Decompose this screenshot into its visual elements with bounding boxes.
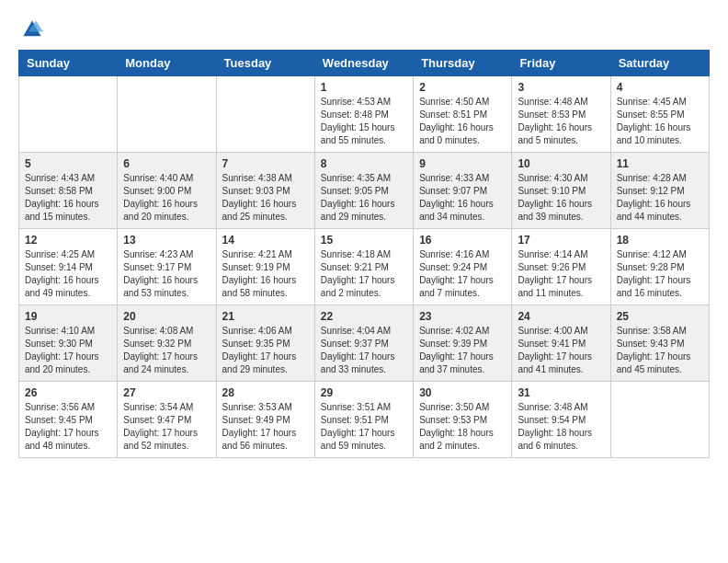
day-number: 2 [419, 81, 506, 94]
calendar-cell: 12Sunrise: 4:25 AM Sunset: 9:14 PM Dayli… [19, 229, 118, 305]
calendar-cell: 11Sunrise: 4:28 AM Sunset: 9:12 PM Dayli… [610, 153, 709, 229]
day-info: Sunrise: 4:30 AM Sunset: 9:10 PM Dayligh… [518, 172, 604, 224]
calendar-cell: 6Sunrise: 4:40 AM Sunset: 9:00 PM Daylig… [118, 153, 216, 229]
day-number: 1 [321, 81, 407, 94]
calendar-cell: 29Sunrise: 3:51 AM Sunset: 9:51 PM Dayli… [314, 382, 413, 458]
calendar-cell: 19Sunrise: 4:10 AM Sunset: 9:30 PM Dayli… [19, 305, 118, 382]
day-info: Sunrise: 4:00 AM Sunset: 9:41 PM Dayligh… [518, 325, 604, 376]
calendar-cell: 3Sunrise: 4:48 AM Sunset: 8:53 PM Daylig… [512, 76, 610, 153]
calendar-cell: 27Sunrise: 3:54 AM Sunset: 9:47 PM Dayli… [118, 382, 216, 458]
day-info: Sunrise: 4:33 AM Sunset: 9:07 PM Dayligh… [419, 172, 506, 224]
calendar-cell [118, 76, 216, 153]
calendar-cell: 20Sunrise: 4:08 AM Sunset: 9:32 PM Dayli… [118, 305, 216, 382]
day-number: 30 [419, 386, 506, 399]
day-info: Sunrise: 4:23 AM Sunset: 9:17 PM Dayligh… [123, 248, 210, 300]
calendar-cell: 5Sunrise: 4:43 AM Sunset: 8:58 PM Daylig… [19, 153, 118, 229]
calendar-week-row: 5Sunrise: 4:43 AM Sunset: 8:58 PM Daylig… [19, 153, 710, 229]
day-number: 28 [222, 386, 309, 399]
day-number: 17 [518, 234, 604, 247]
logo-icon [21, 18, 43, 40]
day-info: Sunrise: 4:25 AM Sunset: 9:14 PM Dayligh… [25, 248, 111, 300]
day-number: 18 [617, 234, 703, 247]
day-number: 10 [518, 157, 604, 170]
day-number: 31 [518, 386, 604, 399]
day-number: 20 [123, 310, 210, 323]
day-number: 8 [321, 157, 407, 170]
weekday-header-thursday: Thursday [414, 51, 512, 76]
calendar-cell: 14Sunrise: 4:21 AM Sunset: 9:19 PM Dayli… [216, 229, 314, 305]
day-info: Sunrise: 4:12 AM Sunset: 9:28 PM Dayligh… [617, 248, 703, 300]
calendar-cell [19, 76, 118, 153]
weekday-header-tuesday: Tuesday [216, 51, 314, 76]
day-info: Sunrise: 3:56 AM Sunset: 9:45 PM Dayligh… [25, 401, 111, 453]
day-number: 9 [419, 157, 506, 170]
day-info: Sunrise: 4:02 AM Sunset: 9:39 PM Dayligh… [419, 325, 506, 376]
calendar-header-row: SundayMondayTuesdayWednesdayThursdayFrid… [19, 51, 710, 76]
day-info: Sunrise: 3:48 AM Sunset: 9:54 PM Dayligh… [518, 401, 604, 453]
day-number: 21 [222, 310, 309, 323]
logo [18, 18, 43, 40]
calendar-cell: 10Sunrise: 4:30 AM Sunset: 9:10 PM Dayli… [512, 153, 610, 229]
weekday-header-saturday: Saturday [610, 51, 709, 76]
day-info: Sunrise: 4:50 AM Sunset: 8:51 PM Dayligh… [419, 96, 506, 147]
day-info: Sunrise: 3:50 AM Sunset: 9:53 PM Dayligh… [419, 401, 506, 453]
calendar-cell: 1Sunrise: 4:53 AM Sunset: 8:48 PM Daylig… [314, 76, 413, 153]
calendar-cell: 17Sunrise: 4:14 AM Sunset: 9:26 PM Dayli… [512, 229, 610, 305]
day-info: Sunrise: 4:18 AM Sunset: 9:21 PM Dayligh… [321, 248, 407, 300]
day-info: Sunrise: 4:04 AM Sunset: 9:37 PM Dayligh… [321, 325, 407, 376]
day-info: Sunrise: 4:43 AM Sunset: 8:58 PM Dayligh… [25, 172, 111, 224]
day-number: 3 [518, 81, 604, 94]
day-info: Sunrise: 3:53 AM Sunset: 9:49 PM Dayligh… [222, 401, 309, 453]
day-info: Sunrise: 4:06 AM Sunset: 9:35 PM Dayligh… [222, 325, 309, 376]
day-number: 14 [222, 234, 309, 247]
calendar-cell: 4Sunrise: 4:45 AM Sunset: 8:55 PM Daylig… [610, 76, 709, 153]
calendar-cell: 25Sunrise: 3:58 AM Sunset: 9:43 PM Dayli… [610, 305, 709, 382]
day-info: Sunrise: 4:21 AM Sunset: 9:19 PM Dayligh… [222, 248, 309, 300]
day-number: 12 [25, 234, 111, 247]
calendar-cell: 28Sunrise: 3:53 AM Sunset: 9:49 PM Dayli… [216, 382, 314, 458]
day-number: 25 [617, 310, 703, 323]
weekday-header-friday: Friday [512, 51, 610, 76]
day-number: 16 [419, 234, 506, 247]
day-number: 27 [123, 386, 210, 399]
calendar-week-row: 19Sunrise: 4:10 AM Sunset: 9:30 PM Dayli… [19, 305, 710, 382]
day-number: 23 [419, 310, 506, 323]
day-info: Sunrise: 4:45 AM Sunset: 8:55 PM Dayligh… [617, 96, 703, 147]
calendar-cell: 24Sunrise: 4:00 AM Sunset: 9:41 PM Dayli… [512, 305, 610, 382]
calendar-cell: 7Sunrise: 4:38 AM Sunset: 9:03 PM Daylig… [216, 153, 314, 229]
day-number: 11 [617, 157, 703, 170]
day-info: Sunrise: 4:38 AM Sunset: 9:03 PM Dayligh… [222, 172, 309, 224]
calendar-cell: 30Sunrise: 3:50 AM Sunset: 9:53 PM Dayli… [414, 382, 512, 458]
day-info: Sunrise: 4:16 AM Sunset: 9:24 PM Dayligh… [419, 248, 506, 300]
weekday-header-monday: Monday [118, 51, 216, 76]
calendar-cell: 16Sunrise: 4:16 AM Sunset: 9:24 PM Dayli… [414, 229, 512, 305]
calendar-cell [610, 382, 709, 458]
calendar-week-row: 12Sunrise: 4:25 AM Sunset: 9:14 PM Dayli… [19, 229, 710, 305]
calendar-cell: 23Sunrise: 4:02 AM Sunset: 9:39 PM Dayli… [414, 305, 512, 382]
calendar-cell: 2Sunrise: 4:50 AM Sunset: 8:51 PM Daylig… [414, 76, 512, 153]
calendar-cell: 15Sunrise: 4:18 AM Sunset: 9:21 PM Dayli… [314, 229, 413, 305]
calendar-cell: 8Sunrise: 4:35 AM Sunset: 9:05 PM Daylig… [314, 153, 413, 229]
calendar-week-row: 26Sunrise: 3:56 AM Sunset: 9:45 PM Dayli… [19, 382, 710, 458]
calendar-table: SundayMondayTuesdayWednesdayThursdayFrid… [18, 50, 710, 458]
day-number: 7 [222, 157, 309, 170]
day-info: Sunrise: 3:54 AM Sunset: 9:47 PM Dayligh… [123, 401, 210, 453]
day-number: 15 [321, 234, 407, 247]
day-info: Sunrise: 4:35 AM Sunset: 9:05 PM Dayligh… [321, 172, 407, 224]
day-info: Sunrise: 3:58 AM Sunset: 9:43 PM Dayligh… [617, 325, 703, 376]
calendar-cell: 31Sunrise: 3:48 AM Sunset: 9:54 PM Dayli… [512, 382, 610, 458]
weekday-header-sunday: Sunday [19, 51, 118, 76]
page-header [18, 18, 710, 40]
weekday-header-wednesday: Wednesday [314, 51, 413, 76]
calendar-cell: 13Sunrise: 4:23 AM Sunset: 9:17 PM Dayli… [118, 229, 216, 305]
calendar-cell: 9Sunrise: 4:33 AM Sunset: 9:07 PM Daylig… [414, 153, 512, 229]
day-number: 13 [123, 234, 210, 247]
calendar-cell: 21Sunrise: 4:06 AM Sunset: 9:35 PM Dayli… [216, 305, 314, 382]
day-number: 26 [25, 386, 111, 399]
day-info: Sunrise: 4:48 AM Sunset: 8:53 PM Dayligh… [518, 96, 604, 147]
day-info: Sunrise: 4:08 AM Sunset: 9:32 PM Dayligh… [123, 325, 210, 376]
day-info: Sunrise: 4:10 AM Sunset: 9:30 PM Dayligh… [25, 325, 111, 376]
calendar-week-row: 1Sunrise: 4:53 AM Sunset: 8:48 PM Daylig… [19, 76, 710, 153]
day-info: Sunrise: 4:14 AM Sunset: 9:26 PM Dayligh… [518, 248, 604, 300]
day-info: Sunrise: 3:51 AM Sunset: 9:51 PM Dayligh… [321, 401, 407, 453]
